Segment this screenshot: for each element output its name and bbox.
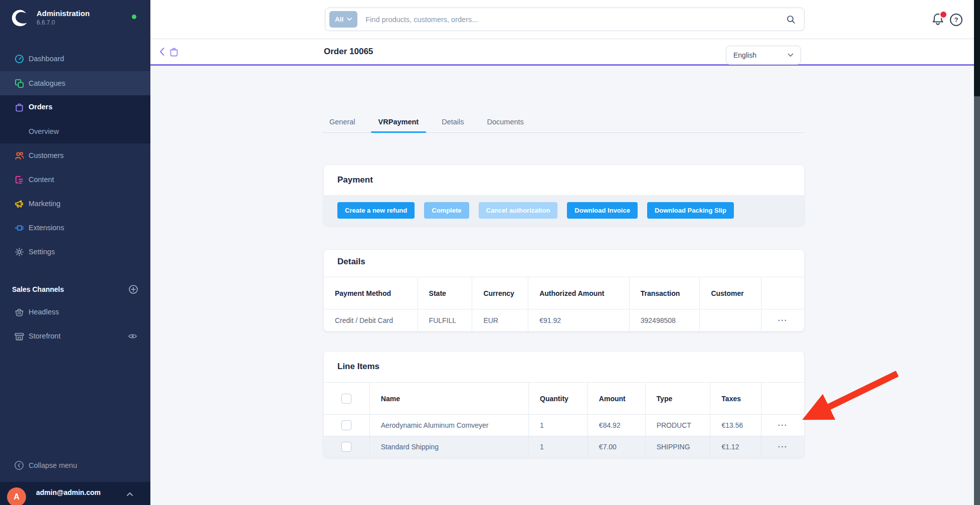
tab-vrpayment[interactable]: VRPayment — [371, 118, 427, 132]
column-header: Payment Method — [324, 277, 418, 309]
sidebar-item-content[interactable]: Content — [0, 167, 150, 192]
page-title: Order 10065 — [324, 47, 373, 57]
row-actions-button[interactable]: ··· — [778, 444, 788, 449]
download-packing-slip-button[interactable]: Download Packing Slip — [647, 202, 734, 219]
column-header: Authorized Amount — [528, 277, 629, 309]
app-title: Administration — [37, 9, 90, 18]
language-select[interactable]: English — [726, 46, 801, 65]
download-invoice-button[interactable]: Download Invoice — [567, 202, 638, 219]
chevron-down-icon — [347, 18, 352, 21]
collapse-icon — [14, 460, 24, 470]
currency-cell: EUR — [472, 309, 528, 331]
name-cell: Aerodynamic Aluminum Comveyer — [369, 415, 528, 436]
row-actions-button[interactable]: ··· — [778, 318, 788, 323]
row-checkbox[interactable] — [341, 420, 351, 430]
tab-documents[interactable]: Documents — [480, 118, 531, 132]
content-area: General VRPayment Details Documents Paym… — [150, 66, 974, 505]
add-sales-channel-button[interactable] — [128, 284, 138, 294]
column-header: Customer — [699, 277, 761, 309]
payment-actions: Create a new refund Complete Cancel auth… — [324, 195, 804, 225]
collapse-menu-button[interactable]: Collapse menu — [0, 453, 150, 477]
select-all-checkbox[interactable] — [341, 394, 351, 404]
column-header: Quantity — [528, 383, 587, 414]
details-table-header: Payment Method State Currency Authorized… — [324, 277, 804, 309]
name-cell: Standard Shipping — [369, 436, 528, 457]
row-actions-button[interactable]: ··· — [778, 423, 788, 428]
column-header-actions — [761, 383, 804, 414]
eye-icon[interactable] — [128, 331, 137, 341]
customers-icon — [14, 150, 24, 160]
column-header: Amount — [587, 383, 645, 414]
catalogues-icon — [14, 78, 24, 88]
help-button[interactable]: ? — [949, 13, 963, 29]
notification-badge — [939, 11, 947, 19]
sidebar-item-label: Dashboard — [29, 55, 64, 63]
payment-method-cell: Credit / Debit Card — [324, 309, 418, 331]
shopware-logo-icon — [11, 9, 29, 29]
admin-window: Administration 6.6.7.0 Dashboard Catalog… — [0, 0, 980, 505]
complete-button[interactable]: Complete — [424, 202, 469, 219]
notifications-button[interactable] — [931, 13, 944, 29]
line-items-table-header: Name Quantity Amount Type Taxes — [324, 382, 804, 414]
back-button[interactable] — [158, 47, 165, 59]
amount-cell: €84.92 — [587, 415, 645, 436]
sidebar: Administration 6.6.7.0 Dashboard Catalog… — [0, 0, 150, 505]
sidebar-item-customers[interactable]: Customers — [0, 143, 150, 167]
sidebar-item-marketing[interactable]: Marketing — [0, 192, 150, 216]
extensions-icon — [14, 223, 24, 233]
table-row: Standard Shipping 1 €7.00 SHIPPING €1.12… — [324, 436, 804, 457]
user-menu[interactable]: A admin@admin.com — [0, 482, 150, 505]
line-items-table: Name Quantity Amount Type Taxes Aerodyna… — [324, 382, 804, 457]
tab-general[interactable]: General — [322, 118, 363, 132]
sidebar-item-orders-overview[interactable]: Overview — [0, 119, 150, 143]
column-header-actions — [761, 277, 804, 309]
row-checkbox[interactable] — [341, 442, 351, 452]
authorized-amount-cell: €91.92 — [528, 309, 629, 331]
amount-cell: €7.00 — [587, 436, 645, 457]
line-items-card-title: Line Items — [337, 362, 379, 372]
search-input[interactable] — [364, 15, 786, 24]
state-cell: FULFILL — [418, 309, 472, 331]
sales-channels-header: Sales Channels — [0, 277, 150, 301]
sidebar-item-orders[interactable]: Orders — [0, 95, 150, 119]
scrollbar-thumb[interactable] — [974, 96, 980, 505]
order-bag-icon — [169, 47, 179, 59]
taxes-cell: €13.56 — [710, 415, 761, 436]
payment-card-title: Payment — [337, 175, 373, 185]
transaction-cell: 392498508 — [629, 309, 700, 331]
sidebar-item-dashboard[interactable]: Dashboard — [0, 47, 150, 71]
avatar: A — [7, 487, 26, 505]
orders-icon — [14, 102, 24, 112]
column-header: Name — [369, 383, 528, 414]
sidebar-item-storefront[interactable]: Storefront — [0, 324, 150, 348]
search-icon[interactable] — [786, 15, 796, 25]
quantity-cell: 1 — [528, 415, 587, 436]
sidebar-item-catalogues[interactable]: Catalogues — [0, 71, 150, 95]
column-header: Taxes — [710, 383, 761, 414]
cancel-authorization-button[interactable]: Cancel authorization — [479, 202, 558, 219]
details-card: Details Payment Method State Currency Au… — [323, 249, 805, 331]
marketing-icon — [14, 199, 24, 209]
sidebar-item-label: Customers — [29, 151, 64, 159]
help-icon: ? — [949, 13, 963, 27]
details-card-title: Details — [337, 257, 365, 267]
search-filter-chip[interactable]: All — [329, 11, 357, 28]
sidebar-item-label: Content — [29, 176, 54, 184]
sidebar-item-extensions[interactable]: Extensions — [0, 216, 150, 240]
tab-details[interactable]: Details — [434, 118, 471, 132]
sidebar-item-label: Overview — [29, 127, 59, 135]
taxes-cell: €1.12 — [710, 436, 761, 457]
type-cell: PRODUCT — [645, 415, 710, 436]
quantity-cell: 1 — [528, 436, 587, 457]
sidebar-item-settings[interactable]: Settings — [0, 240, 150, 264]
app-version: 6.6.7.0 — [37, 19, 90, 26]
table-row: Credit / Debit Card FULFILL EUR €91.92 3… — [324, 309, 804, 331]
payment-card: Payment Create a new refund Complete Can… — [323, 164, 805, 226]
sidebar-item-label: Orders — [29, 103, 53, 111]
sidebar-item-label: Settings — [29, 248, 55, 256]
create-refund-button[interactable]: Create a new refund — [337, 202, 415, 219]
sidebar-item-headless[interactable]: Headless — [0, 300, 150, 324]
type-cell: SHIPPING — [645, 436, 710, 457]
dashboard-icon — [14, 54, 24, 64]
content-icon — [14, 175, 24, 185]
